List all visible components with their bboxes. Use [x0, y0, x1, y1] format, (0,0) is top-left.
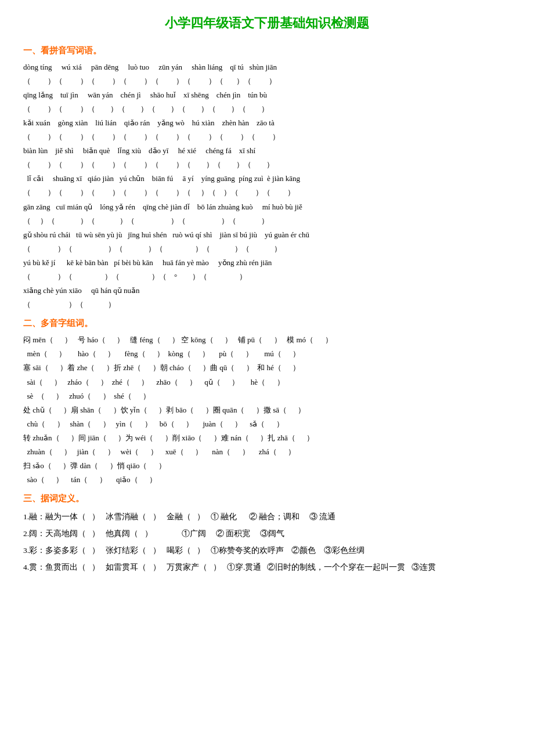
s3-row-1: 1.融：融为一体（ ） 冰雪消融（ ） 金融（ ） ① 融化 ② 融合；调和 ③…: [23, 509, 511, 525]
poly-row-1a: 闷 mēn（ ） 号 háo（ ） 缝 féng（ ） 空 kōng（ ） 铺 …: [23, 334, 511, 346]
blank-row-5: （ ）（ ）（ ）（ ）（ ）（ ）（ ）（ ）（ ）: [23, 186, 511, 199]
pinyin-row-5: lǐ cǎi shuāng xī qiáo jiàn yú chǔn biān …: [23, 172, 511, 185]
poly-row-5b: sào（ ） tán（ ） qiǎo（ ）: [23, 473, 511, 486]
poly-row-3b: chù（ ） shàn（ ） yìn（ ） bō（ ） juàn（ ） sǎ（ …: [23, 418, 511, 431]
poly-row-2c: sè （ ） zhuó（ ） shé（ ）: [23, 390, 511, 403]
pinyin-row-8: yú bù kě jí kē kè bān bàn pí bèi bù kān …: [23, 256, 511, 269]
blank-row-9: （ ）（ ）: [23, 298, 511, 311]
poly-row-5a: 扫 sǎo（ ）弹 dàn（ ）悄 qiāo（ ）: [23, 460, 511, 472]
section3: 三、据词定义。 1.融：融为一体（ ） 冰雪消融（ ） 金融（ ） ① 融化 ②…: [23, 491, 511, 575]
pinyin-row-2: qīng lǎng tuī jìn wān yán chén jì shāo h…: [23, 89, 511, 102]
blank-row-2: （ ）（ ）（ ）（ ）（ ）（ ）（ ）（ ）: [23, 103, 511, 115]
s3-row-2: 2.阔：天高地阔（ ） 他真阔（ ） ①广阔 ② 面积宽 ③阔气: [23, 526, 511, 541]
page-title: 小学四年级语文下册基础知识检测题: [23, 12, 511, 35]
s3-row-4: 4.贯：鱼贯而出（ ） 如雷贯耳（ ） 万贯家产（ ） ①穿.贯通 ②旧时的制线…: [23, 559, 511, 575]
poly-row-2b: sài（ ） zháo（ ） zhé（ ） zhāo（ ） qǔ（ ） hè（ …: [23, 376, 511, 389]
poly-row-4a: 转 zhuǎn（ ）间 jiān（ ）为 wéi（ ）削 xiāo（ ）难 ná…: [23, 432, 511, 444]
blank-row-1: （ ）（ ）（ ）（ ）（ ）（ ）（ ）（ ）: [23, 75, 511, 88]
section1: 一、看拼音写词语。 dòng tíng wú xiá pān dēng luò …: [23, 43, 511, 312]
poly-row-3a: 处 chǔ（ ）扇 shān（ ）饮 yǐn（ ）剥 bāo（ ）圈 quān（…: [23, 404, 511, 417]
pinyin-row-6: gān zāng cuī mián qǔ lóng yǎ rén qīng ch…: [23, 201, 511, 214]
s3-row-3: 3.彩：多姿多彩（ ） 张灯结彩（ ） 喝彩（ ） ①称赞夸奖的欢呼声 ②颜色 …: [23, 542, 511, 558]
blank-row-7: （ ）（ ）（ ）（ ）（ ）（ ）: [23, 243, 511, 255]
pinyin-row-1: dòng tíng wú xiá pān dēng luò tuo zūn yá…: [23, 61, 511, 74]
blank-row-3: （ ）（ ）（ ）（ ）（ ）（ ）（ ）（ ）: [23, 131, 511, 143]
poly-row-2a: 塞 sāi（ ）着 zhe（ ）折 zhē（ ）朝 cháo（ ）曲 qū（ ）…: [23, 361, 511, 374]
pinyin-row-9: xiǎng chè yún xiāo qū hán qǔ nuǎn: [23, 284, 511, 297]
poly-row-4b: zhuàn（ ） jiàn（ ） wèi（ ） xuē（ ） nàn（ ） zh…: [23, 446, 511, 458]
section3-title: 三、据词定义。: [23, 491, 511, 507]
blank-row-8: （ ）（ ）（ ）（ ° ）（ ）: [23, 270, 511, 283]
pinyin-row-7: gǔ shòu rú chái tū wù sēn yù jù jīng huì…: [23, 229, 511, 241]
section2: 二、多音字组词。 闷 mēn（ ） 号 háo（ ） 缝 féng（ ） 空 k…: [23, 316, 511, 486]
section1-title: 一、看拼音写词语。: [23, 43, 511, 59]
pinyin-row-4: biàn lùn jiě shì biǎn què lǐng xiù dǎo y…: [23, 144, 511, 157]
section2-title: 二、多音字组词。: [23, 316, 511, 331]
poly-row-1b: mèn（ ） hào（ ） fèng（ ） kòng（ ） pù（ ） mú（ …: [23, 348, 511, 360]
blank-row-4: （ ）（ ）（ ）（ ）（ ）（ ）（ ）（ ）: [23, 158, 511, 171]
pinyin-row-3: kǎi xuán gòng xiàn liú lián qiǎo rán yǎn…: [23, 117, 511, 129]
blank-row-6: （ ）（ ）（ ）（ ）（ ）（ ）: [23, 215, 511, 227]
